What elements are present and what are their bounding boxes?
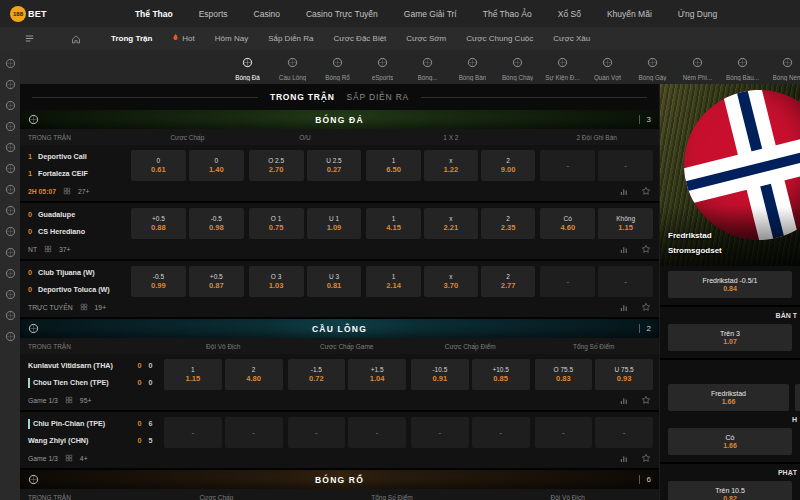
odds-box-empty[interactable]: - — [348, 417, 406, 448]
markets-grid-icon[interactable] — [65, 396, 73, 404]
tab-in-play[interactable]: TRONG TRẬN — [270, 92, 335, 102]
home-icon[interactable] — [71, 34, 81, 44]
odds-box[interactable]: 00.61 — [131, 150, 186, 181]
tab-upcoming[interactable]: SẮP DIỄN RA — [347, 92, 410, 102]
sidebar-special-events-icon[interactable] — [5, 205, 16, 216]
odds-box-empty[interactable]: - — [288, 417, 346, 448]
more-markets-count[interactable]: 37+ — [59, 246, 71, 253]
more-markets-count[interactable]: 27+ — [78, 188, 90, 195]
sports-tab-football[interactable]: Bóng Đá — [225, 54, 270, 81]
odds-box[interactable]: O 10.75 — [249, 208, 304, 239]
sidebar-table-tennis-icon[interactable] — [5, 163, 16, 174]
section-banner-badminton[interactable]: CẦU LÔNG2 — [20, 319, 659, 338]
topnav-item-7[interactable]: Xổ Số — [558, 9, 581, 19]
topnav-item-6[interactable]: Thể Thao Ảo — [483, 9, 532, 19]
odds-box-empty[interactable]: - — [535, 417, 593, 448]
subnav-item-4[interactable]: Sắp Diễn Ra — [268, 34, 313, 43]
sports-tab-esports[interactable]: eSports — [360, 54, 405, 81]
odds-box[interactable]: +0.50.87 — [189, 266, 244, 297]
odds-box[interactable]: Có4.60 — [540, 208, 595, 239]
topnav-item-4[interactable]: Casino Trực Tuyến — [306, 9, 378, 19]
favorite-star-icon[interactable] — [641, 302, 651, 312]
odds-box[interactable]: 29.00 — [481, 150, 535, 181]
markets-grid-icon[interactable] — [80, 303, 88, 311]
odds-box[interactable]: -10.50.91 — [411, 359, 469, 390]
sidebar-baseball-icon[interactable] — [5, 184, 16, 195]
odds-box-empty[interactable]: - — [598, 150, 653, 181]
odds-box-empty[interactable]: - — [540, 266, 595, 297]
odds-box[interactable]: 11.15 — [164, 359, 222, 390]
sports-tab-badminton[interactable]: Cầu Lông — [270, 54, 315, 81]
odds-box[interactable]: -1.50.72 — [288, 359, 346, 390]
bet-button-4[interactable]: Có1.66 — [668, 428, 792, 455]
sidebar-cricket-icon[interactable] — [5, 247, 16, 258]
sidebar-tennis-icon[interactable] — [5, 226, 16, 237]
odds-box[interactable]: -0.50.99 — [131, 266, 186, 297]
bet-button-1[interactable]: Fredrikstad -0.5/10.84 — [668, 271, 792, 298]
statistics-icon[interactable] — [620, 454, 629, 463]
odds-box[interactable]: -0.50.98 — [189, 208, 244, 239]
odds-box[interactable]: +0.50.88 — [131, 208, 186, 239]
sidebar-ice-hockey-icon[interactable] — [5, 331, 16, 342]
subnav-item-8[interactable]: Cược Xâu — [553, 34, 590, 43]
bet-button-2[interactable]: Trên 31.07 — [668, 324, 792, 351]
topnav-item-5[interactable]: Game Giải Trí — [404, 9, 457, 19]
odds-box[interactable]: 22.35 — [481, 208, 535, 239]
markets-grid-icon[interactable] — [65, 454, 73, 462]
odds-box-empty[interactable]: - — [598, 266, 653, 297]
sports-tab-cricket[interactable]: Bóng Gậy — [630, 54, 675, 81]
more-markets-count[interactable]: 95+ — [80, 397, 92, 404]
odds-box[interactable]: x2.21 — [424, 208, 478, 239]
sports-tab-volleyball[interactable]: Bóng... — [405, 54, 450, 81]
sidebar-esports-icon[interactable] — [5, 121, 16, 132]
odds-box[interactable]: O 2.52.70 — [249, 150, 304, 181]
statistics-icon[interactable] — [620, 303, 629, 312]
statistics-icon[interactable] — [620, 396, 629, 405]
sports-tab-rugby[interactable]: Bóng Bầu... — [720, 54, 765, 81]
bet-button-5[interactable]: Trên 10.50.82 — [668, 481, 792, 500]
odds-box[interactable]: O 75.50.83 — [535, 359, 593, 390]
bet-button-3[interactable]: Fredrikstad1.66 — [668, 384, 789, 411]
odds-box-empty[interactable]: - — [164, 417, 222, 448]
sports-tab-tennis[interactable]: Quần Vợt — [585, 54, 630, 81]
sidebar-volleyball-icon[interactable] — [5, 142, 16, 153]
odds-box[interactable]: 12.14 — [366, 266, 420, 297]
favorite-star-icon[interactable] — [641, 186, 651, 196]
section-banner-football[interactable]: BÓNG ĐÁ3 — [20, 110, 659, 129]
topnav-item-2[interactable]: Esports — [199, 9, 228, 19]
odds-box[interactable]: U 2.50.27 — [307, 150, 362, 181]
sports-tab-basketball[interactable]: Bóng Rổ — [315, 54, 360, 81]
odds-box[interactable]: Không1.15 — [598, 208, 653, 239]
sports-tab-darts[interactable]: Ném Phi... — [675, 54, 720, 81]
sports-tab-table-tennis[interactable]: Bóng Bàn — [450, 54, 495, 81]
subnav-item-6[interactable]: Cược Sớm — [406, 34, 446, 43]
topnav-item-1[interactable]: Thể Thao — [135, 9, 173, 19]
bet-button-partial[interactable] — [795, 384, 800, 411]
odds-box-empty[interactable]: - — [225, 417, 283, 448]
odds-box[interactable]: U 75.50.93 — [595, 359, 653, 390]
sidebar-darts-icon[interactable] — [5, 268, 16, 279]
topnav-item-8[interactable]: Khuyến Mãi — [607, 9, 652, 19]
sidebar-rugby-icon[interactable] — [5, 289, 16, 300]
markets-grid-icon[interactable] — [63, 187, 71, 195]
odds-box[interactable]: U 11.09 — [307, 208, 362, 239]
sidebar-badminton-icon[interactable] — [5, 79, 16, 90]
sidebar-handball-icon[interactable] — [5, 310, 16, 321]
odds-box[interactable]: U 30.81 — [307, 266, 362, 297]
sports-tab-special-events[interactable]: Sự Kiện Đ... — [540, 54, 585, 81]
odds-box[interactable]: x1.22 — [424, 150, 478, 181]
topnav-item-9[interactable]: Ứng Dụng — [678, 9, 717, 19]
odds-box[interactable]: O 31.03 — [249, 266, 304, 297]
odds-box[interactable]: +10.50.85 — [472, 359, 530, 390]
markets-grid-icon[interactable] — [44, 245, 52, 253]
subnav-item-1[interactable]: Trong Trận — [111, 34, 152, 43]
subnav-item-3[interactable]: Hôm Nay — [215, 34, 248, 43]
sports-tab-handball[interactable]: Bóng Ném — [765, 54, 800, 81]
statistics-icon[interactable] — [620, 187, 629, 196]
menu-hamburger-icon[interactable] — [24, 33, 35, 44]
odds-box-empty[interactable]: - — [540, 150, 595, 181]
statistics-icon[interactable] — [620, 245, 629, 254]
odds-box-empty[interactable]: - — [472, 417, 530, 448]
odds-box-empty[interactable]: - — [411, 417, 469, 448]
odds-box-empty[interactable]: - — [595, 417, 653, 448]
